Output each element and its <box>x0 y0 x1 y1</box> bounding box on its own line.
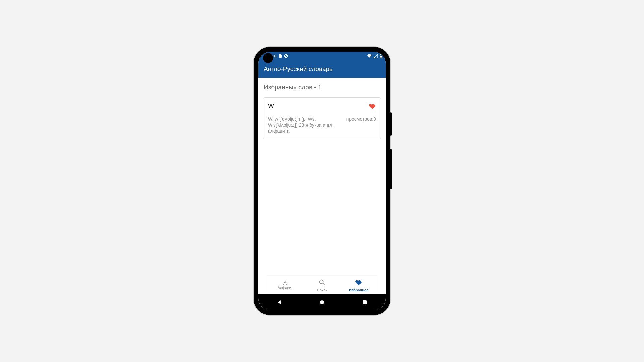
svg-point-9 <box>320 300 324 304</box>
svg-rect-0 <box>279 55 282 58</box>
word-views: просмотров:0 <box>346 116 376 122</box>
stage: 1:01 <box>0 0 644 362</box>
sys-recent-button[interactable] <box>353 300 376 305</box>
word-card[interactable]: W W, w [ˈdʌblju:]n (pl Ws, W's[ˈdʌblju:z… <box>263 97 381 139</box>
svg-rect-6 <box>380 56 382 58</box>
no-icon <box>284 54 288 58</box>
phone-camera <box>264 54 272 62</box>
nav-label: Избранное <box>349 288 369 292</box>
app-bar: Англо-Русский словарь <box>258 60 386 78</box>
search-icon <box>318 279 326 287</box>
sim-icon <box>279 54 282 58</box>
heart-icon <box>369 105 376 111</box>
system-nav <box>258 294 386 310</box>
svg-point-7 <box>320 280 323 283</box>
phone-side-button <box>390 112 392 136</box>
nav-label: Алфавит <box>278 286 293 290</box>
word-definition: W, w [ˈdʌblju:]n (pl Ws, W's[ˈdʌblju:z])… <box>268 116 335 134</box>
favorite-button[interactable] <box>369 102 376 111</box>
status-bar: 1:01 <box>258 52 386 60</box>
nav-search[interactable]: Поиск <box>304 276 340 294</box>
nav-label: Поиск <box>317 288 327 292</box>
wifi-icon <box>367 54 372 58</box>
sys-home-button[interactable] <box>310 300 334 305</box>
nav-favorites[interactable]: Избранное <box>340 276 377 294</box>
svg-rect-1 <box>279 54 281 55</box>
favorites-count: Избранных слов - 1 <box>264 84 381 91</box>
svg-line-8 <box>323 283 325 285</box>
screen: 1:01 <box>258 52 386 310</box>
sys-back-button[interactable] <box>268 300 291 305</box>
battery-icon <box>380 54 382 58</box>
svg-line-3 <box>285 55 287 57</box>
app-title: Англо-Русский словарь <box>264 65 333 73</box>
phone-side-button <box>390 149 392 189</box>
nav-alphabet[interactable]: AB C Алфавит <box>267 276 304 294</box>
word-title: W <box>268 102 274 110</box>
phone-frame: 1:01 <box>254 47 390 315</box>
svg-rect-10 <box>363 300 367 304</box>
bottom-nav: AB C Алфавит Поиск Избранное <box>267 276 377 294</box>
heart-icon <box>355 279 362 287</box>
signal-icon <box>374 54 378 58</box>
alphabet-icon: AB C <box>283 281 288 285</box>
